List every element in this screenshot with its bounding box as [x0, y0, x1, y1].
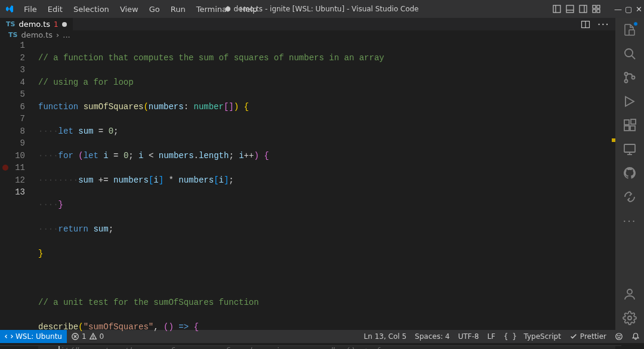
- menu-file[interactable]: File: [19, 2, 42, 16]
- editor-area: TS demo.ts 1 ··· TS demo.ts › ... 123456…: [0, 18, 615, 330]
- minimize-button[interactable]: —: [611, 2, 618, 16]
- svg-point-34: [620, 335, 620, 336]
- breakpoint-gutter[interactable]: [0, 39, 11, 349]
- svg-rect-18: [624, 120, 629, 125]
- svg-rect-7: [597, 5, 600, 8]
- extensions-icon[interactable]: [623, 118, 637, 132]
- additional-views-icon[interactable]: ···: [623, 214, 637, 228]
- tab-demo-ts[interactable]: TS demo.ts 1: [0, 18, 73, 30]
- svg-point-16: [625, 80, 628, 83]
- close-button[interactable]: ✕: [632, 2, 639, 16]
- typescript-file-icon: TS: [6, 20, 15, 28]
- vscode-logo-icon: [5, 4, 14, 14]
- toggle-panel-icon[interactable]: [565, 4, 575, 14]
- toggle-primary-sidebar-icon[interactable]: [552, 4, 562, 14]
- toggle-secondary-sidebar-icon[interactable]: [578, 4, 588, 14]
- svg-rect-8: [593, 10, 596, 13]
- typescript-file-icon: TS: [8, 31, 17, 39]
- svg-point-32: [616, 333, 623, 340]
- settings-gear-icon[interactable]: [623, 311, 637, 325]
- layout-controls: [552, 4, 601, 14]
- breakpoint-icon[interactable]: [2, 165, 8, 171]
- split-editor-icon[interactable]: [581, 20, 590, 29]
- svg-point-15: [625, 73, 628, 76]
- menu-go[interactable]: Go: [144, 2, 165, 16]
- svg-rect-9: [597, 10, 600, 13]
- activity-bar: ···: [615, 18, 644, 330]
- svg-rect-22: [624, 144, 635, 152]
- svg-rect-21: [631, 119, 636, 124]
- svg-point-13: [625, 49, 633, 57]
- accounts-icon[interactable]: [623, 287, 637, 301]
- code-content[interactable]: // a function that computes the sum of s…: [36, 39, 615, 349]
- svg-line-14: [631, 55, 635, 59]
- svg-rect-2: [566, 5, 574, 13]
- customize-layout-icon[interactable]: [591, 4, 601, 14]
- svg-rect-0: [553, 5, 560, 13]
- window-title: demo.ts - ignite [WSL: Ubuntu] - Visual …: [225, 5, 418, 13]
- svg-point-17: [632, 76, 635, 79]
- breadcrumb-filename: demo.ts: [21, 30, 53, 39]
- svg-point-26: [628, 316, 631, 320]
- more-actions-icon[interactable]: ···: [597, 18, 609, 30]
- tab-bar: TS demo.ts 1 ···: [0, 18, 615, 30]
- modified-dot-icon: [225, 7, 230, 11]
- breadcrumb[interactable]: TS demo.ts › ...: [0, 30, 615, 39]
- tab-problem-count: 1: [54, 20, 58, 29]
- menu-view[interactable]: View: [115, 2, 143, 16]
- run-debug-icon[interactable]: [623, 94, 637, 109]
- svg-rect-12: [629, 30, 634, 35]
- svg-point-25: [627, 289, 632, 294]
- notifications-icon[interactable]: [627, 332, 644, 341]
- source-control-icon[interactable]: [623, 70, 637, 85]
- tab-modified-dot-icon: [62, 22, 67, 27]
- chevron-right-icon: ›: [56, 30, 59, 39]
- maximize-button[interactable]: ▢: [621, 2, 628, 16]
- minimap[interactable]: [607, 52, 615, 330]
- svg-rect-6: [593, 5, 596, 8]
- search-icon[interactable]: [623, 47, 637, 61]
- svg-rect-20: [630, 126, 635, 131]
- svg-rect-19: [624, 126, 629, 131]
- title-bar: File Edit Selection View Go Run Terminal…: [0, 0, 644, 18]
- svg-rect-4: [580, 5, 587, 13]
- menu-edit[interactable]: Edit: [43, 2, 67, 16]
- menu-selection[interactable]: Selection: [69, 2, 114, 16]
- live-share-icon[interactable]: [623, 190, 637, 204]
- svg-point-33: [618, 335, 618, 336]
- explorer-badge: [633, 21, 638, 26]
- github-icon[interactable]: [623, 166, 637, 180]
- editor-body[interactable]: 12345678910111213 // a function that com…: [0, 39, 615, 349]
- remote-explorer-icon[interactable]: [623, 142, 637, 156]
- line-number-gutter: 12345678910111213: [11, 39, 36, 349]
- menu-run[interactable]: Run: [166, 2, 190, 16]
- tab-filename: demo.ts: [19, 20, 50, 29]
- breadcrumb-rest: ...: [63, 30, 70, 39]
